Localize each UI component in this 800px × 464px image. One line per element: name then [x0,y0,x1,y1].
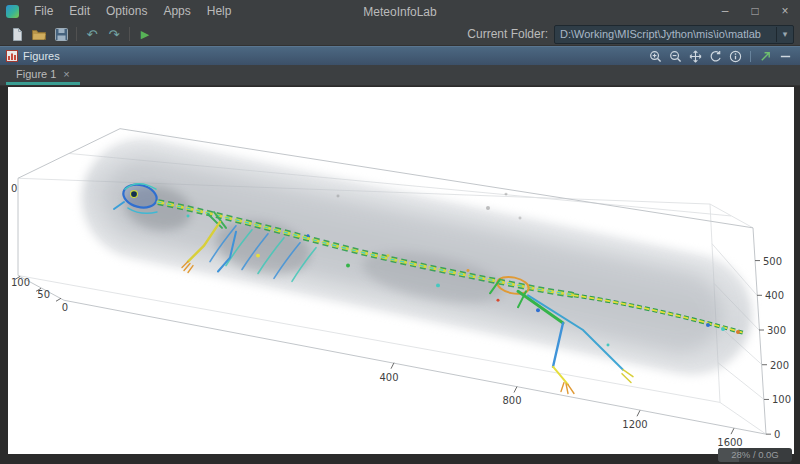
float-window-button[interactable] [757,49,774,64]
window-controls: – □ × [710,0,800,23]
tab-figure-1[interactable]: Figure 1 × [6,66,80,85]
menu-options[interactable]: Options [98,0,155,23]
redo-icon: ↷ [109,28,120,41]
rotate-icon [709,50,722,63]
zoom-out-button[interactable] [667,49,684,64]
figure-content-area: 400 800 1200 1600 100 50 0 0 100 200 300… [0,86,800,464]
y-tick-0: 0 [62,302,68,313]
figures-icon [6,50,18,62]
figure-tab-bar: Figure 1 × [0,65,800,86]
zoom-in-button[interactable] [647,49,664,64]
rotate-button[interactable] [707,49,724,64]
undo-icon: ↶ [87,28,98,41]
z-tick-200: 200 [770,360,789,371]
undo-button[interactable]: ↶ [81,24,103,44]
z-tick-400: 400 [765,290,784,301]
figure-canvas[interactable]: 400 800 1200 1600 100 50 0 0 100 200 300… [8,87,794,454]
menu-edit[interactable]: Edit [61,0,98,23]
new-script-button[interactable] [6,24,28,44]
tab-close-icon[interactable]: × [63,69,69,80]
app-logo-icon [6,5,19,18]
current-folder-value[interactable]: D:\Working\MIScript\Jython\mis\io\matlab [555,28,776,40]
run-button[interactable]: ▶ [134,24,156,44]
toolbar-separator [76,27,77,41]
z-tick-500: 500 [763,256,782,267]
save-button[interactable] [50,24,72,44]
z-origin-label: 0 [11,183,17,194]
menu-apps[interactable]: Apps [155,0,198,23]
chevron-down-icon[interactable]: ▾ [776,27,793,42]
menu-file[interactable]: File [26,0,61,23]
save-icon [54,27,69,42]
x-tick-1600: 1600 [717,437,742,448]
open-button[interactable] [28,24,50,44]
x-tick-400: 400 [379,372,398,383]
new-script-icon [10,27,25,42]
y-tick-100: 100 [11,277,30,288]
minimize-line-icon [779,50,792,63]
dock-title: Figures [23,50,60,62]
main-toolbar: ↶ ↷ ▶ Current Folder: D:\Working\MIScrip… [0,23,800,46]
identify-info-icon [729,50,742,63]
memory-usage-text: 28% / 0.0G [718,448,792,462]
z-tick-100: 100 [772,394,791,405]
title-bar: File Edit Options Apps Help MeteoInfoLab… [0,0,800,23]
float-arrow-icon [759,50,772,63]
pan-icon [689,50,702,63]
figures-dock-header: Figures [0,46,800,65]
x-tick-800: 800 [502,395,521,406]
minimize-button[interactable]: – [710,0,740,23]
pan-button[interactable] [687,49,704,64]
toolbar-separator [129,27,130,41]
current-folder-combobox[interactable]: D:\Working\MIScript\Jython\mis\io\matlab… [554,25,794,44]
hide-dock-button[interactable] [777,49,794,64]
current-folder-label: Current Folder: [467,27,548,41]
figure-toolbar [647,49,794,64]
maximize-button[interactable]: □ [740,0,770,23]
menu-help[interactable]: Help [199,0,240,23]
zoom-out-icon [669,50,682,63]
identify-button[interactable] [727,49,744,64]
z-tick-0: 0 [774,429,780,440]
z-tick-300: 300 [767,325,786,336]
redo-button[interactable]: ↷ [103,24,125,44]
meteoinfolab-window: File Edit Options Apps Help MeteoInfoLab… [0,0,800,464]
close-button[interactable]: × [770,0,800,23]
dock-toolbar-separator [750,51,751,62]
current-folder-group: Current Folder: D:\Working\MIScript\Jyth… [467,25,794,44]
x-axis-labels: 400 800 1200 1600 [379,372,742,448]
y-tick-50: 50 [37,289,50,300]
run-icon: ▶ [141,29,149,40]
tab-label: Figure 1 [16,68,56,80]
zoom-in-icon [649,50,662,63]
memory-indicator[interactable]: 28% / 0.0G [718,448,792,462]
x-tick-1200: 1200 [622,419,647,430]
open-folder-icon [31,27,47,42]
